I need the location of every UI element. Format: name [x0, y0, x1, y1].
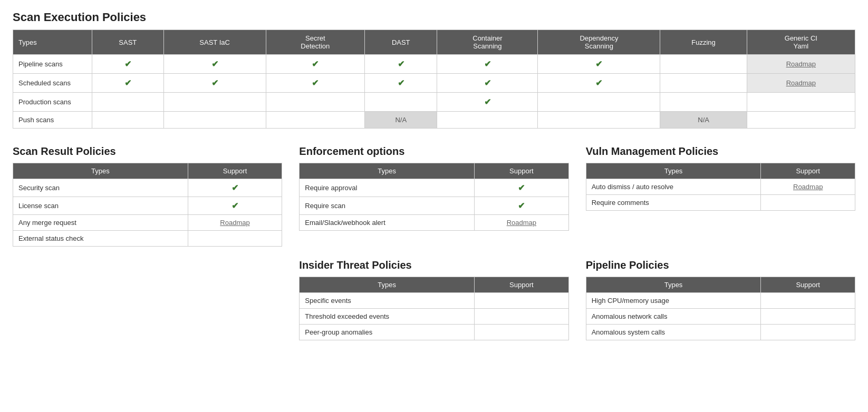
check-icon: ✔ [124, 79, 131, 87]
pipeline-title: Pipeline Policies [586, 259, 855, 271]
enforcement-section: Enforcement options Types Support Requir… [299, 145, 568, 247]
support-roadmap-cell: Roadmap [188, 215, 282, 231]
check-icon: ✔ [232, 201, 238, 210]
support-empty-cell [761, 195, 855, 211]
table-row: Any merge requestRoadmap [13, 215, 282, 231]
pipeline-col-types: Types [586, 277, 761, 293]
sep-empty-cell [660, 74, 747, 93]
table-row: Anomalous network calls [586, 309, 855, 325]
row-type: Threshold exceeded events [300, 309, 475, 325]
support-empty-cell [475, 325, 569, 340]
sep-empty-cell [437, 112, 538, 129]
support-empty-cell [475, 309, 569, 325]
table-row: High CPU/memory usage [586, 293, 855, 309]
row-type: Email/Slack/webhook alert [300, 215, 475, 231]
vuln-mgmt-section: Vuln Management Policies Types Support A… [586, 145, 855, 247]
table-row: Auto dismiss / auto resolveRoadmap [586, 179, 855, 195]
table-row: Email/Slack/webhook alertRoadmap [300, 215, 568, 231]
sep-empty-cell [92, 93, 164, 112]
support-empty-cell [761, 325, 855, 340]
sep-roadmap-cell: Roadmap [747, 55, 855, 74]
table-row: External status check [13, 231, 282, 247]
roadmap-link[interactable]: Roadmap [220, 219, 249, 227]
sep-empty-cell [266, 112, 364, 129]
bottom-grid: Scan Result Policies Types Support Secur… [13, 145, 855, 340]
roadmap-link[interactable]: Roadmap [793, 183, 823, 191]
table-row: Anomalous system calls [586, 325, 855, 340]
sep-check-cell: ✔ [365, 74, 437, 93]
check-icon: ✔ [232, 183, 238, 192]
sep-col-fuzzing: Fuzzing [660, 30, 747, 55]
table-row: Security scan✔ [13, 179, 282, 197]
check-icon: ✔ [595, 60, 602, 68]
support-empty-cell [475, 293, 569, 309]
sep-row: Pipeline scans✔✔✔✔✔✔Roadmap [13, 55, 855, 74]
check-icon: ✔ [211, 79, 218, 87]
support-empty-cell [188, 231, 282, 247]
support-check-cell: ✔ [475, 197, 569, 215]
insider-threat-col-types: Types [300, 277, 475, 293]
sep-row: Scheduled scans✔✔✔✔✔✔Roadmap [13, 74, 855, 93]
enforcement-title: Enforcement options [299, 145, 568, 158]
insider-threat-title: Insider Threat Policies [299, 259, 568, 271]
support-empty-cell [761, 309, 855, 325]
check-icon: ✔ [398, 60, 404, 68]
table-row: Require scan✔ [300, 197, 568, 215]
sep-col-types: Types [13, 30, 92, 55]
sep-row-type: Scheduled scans [13, 74, 92, 93]
sep-check-cell: ✔ [163, 55, 266, 74]
pipeline-table: Types Support High CPU/memory usageAnoma… [586, 277, 855, 340]
sep-row-type: Push scans [13, 112, 92, 129]
roadmap-link[interactable]: Roadmap [786, 79, 816, 87]
sep-col-sast: SAST [92, 30, 164, 55]
row-type: Require approval [300, 179, 475, 197]
vuln-mgmt-col-types: Types [586, 163, 761, 179]
sep-check-cell: ✔ [538, 74, 660, 93]
insider-threat-table: Types Support Specific eventsThreshold e… [299, 277, 568, 340]
insider-threat-header: Types Support [300, 277, 568, 293]
check-icon: ✔ [484, 60, 491, 68]
sep-empty-cell [266, 93, 364, 112]
row-type: Anomalous system calls [586, 325, 761, 340]
support-roadmap-cell: Roadmap [475, 215, 569, 231]
sep-check-cell: ✔ [266, 74, 364, 93]
sep-empty-cell [163, 112, 266, 129]
sep-empty-cell [163, 93, 266, 112]
pipeline-section: Pipeline Policies Types Support High CPU… [586, 259, 855, 340]
row-type: Security scan [13, 179, 188, 197]
roadmap-link[interactable]: Roadmap [786, 60, 816, 68]
sep-col-sast-iac: SAST IaC [163, 30, 266, 55]
sep-check-cell: ✔ [437, 93, 538, 112]
check-icon: ✔ [211, 60, 218, 68]
check-icon: ✔ [398, 79, 404, 87]
scan-result-col-types: Types [13, 163, 188, 179]
row-type: Any merge request [13, 215, 188, 231]
sep-check-cell: ✔ [437, 55, 538, 74]
check-icon: ✔ [312, 79, 319, 87]
table-row: Require comments [586, 195, 855, 211]
row-type: License scan [13, 197, 188, 215]
support-check-cell: ✔ [188, 179, 282, 197]
enforcement-col-types: Types [300, 163, 475, 179]
insider-threat-section: Insider Threat Policies Types Support Sp… [299, 259, 568, 340]
check-icon: ✔ [484, 79, 491, 87]
sep-check-cell: ✔ [92, 55, 164, 74]
sep-header-row: Types SAST SAST IaC SecretDetection DAST… [13, 30, 855, 55]
support-check-cell: ✔ [475, 179, 569, 197]
vuln-mgmt-table: Types Support Auto dismiss / auto resolv… [586, 163, 855, 211]
sep-check-cell: ✔ [266, 55, 364, 74]
scan-result-header: Types Support [13, 163, 282, 179]
table-row: License scan✔ [13, 197, 282, 215]
sep-roadmap-cell: Roadmap [747, 74, 855, 93]
sep-empty-cell [747, 112, 855, 129]
roadmap-link[interactable]: Roadmap [507, 219, 536, 227]
check-icon: ✔ [518, 201, 525, 210]
row-type: Specific events [300, 293, 475, 309]
sep-empty-cell [92, 112, 164, 129]
insider-threat-col-support: Support [475, 277, 569, 293]
row-type: Require scan [300, 197, 475, 215]
vuln-mgmt-title: Vuln Management Policies [586, 145, 855, 158]
pipeline-col-support: Support [761, 277, 855, 293]
sep-check-cell: ✔ [365, 55, 437, 74]
sep-check-cell: ✔ [163, 74, 266, 93]
